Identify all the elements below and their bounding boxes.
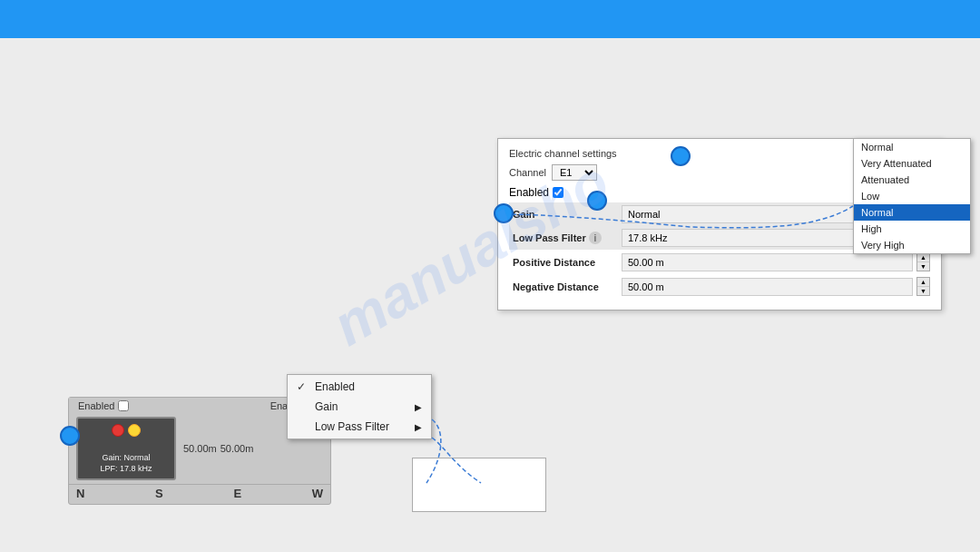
device-lpf-info: LPF: 17.8 kHz [100, 463, 152, 475]
neg-dist-value: 50.00 m [622, 278, 913, 296]
device-screen: Gain: Normal LPF: 17.8 kHz [76, 417, 176, 480]
compass-w: W [312, 487, 323, 500]
neg-dist-row: Negative Distance 50.00 m ▲ ▼ [509, 274, 930, 299]
red-light [112, 424, 124, 437]
compass-s: S [155, 487, 163, 500]
check-lpf [297, 420, 309, 433]
pos-dist-spinner[interactable]: ▲ ▼ [916, 252, 930, 271]
enabled-checkbox-panel[interactable] [553, 187, 564, 198]
gain-arrow-icon: ▶ [415, 402, 422, 412]
check-gain [297, 400, 309, 413]
context-menu-enabled[interactable]: ✓ Enabled [288, 377, 431, 397]
neg-dist-down[interactable]: ▼ [917, 287, 929, 295]
pos-dist-value: 50.00 m [622, 253, 913, 271]
dist-value-2: 50.00m [220, 443, 254, 454]
lp-filter-label-cell: Low Pass Filter i [509, 226, 618, 250]
compass-n: N [76, 487, 84, 500]
enabled-left: Enabled [78, 400, 129, 411]
top-bar [0, 0, 980, 38]
pos-dist-up[interactable]: ▲ [917, 253, 929, 262]
gain-option-attenuated[interactable]: Attenuated [854, 172, 970, 188]
annotation-circle-3 [494, 203, 514, 223]
channel-select[interactable]: E1 [552, 164, 597, 181]
device-gain-info: Gain: Normal [100, 452, 152, 464]
device-right: 50.00m 50.00m [183, 443, 253, 454]
enabled-left-label: Enabled [78, 400, 114, 411]
annotation-circle-1 [671, 146, 691, 166]
pos-dist-down[interactable]: ▼ [917, 262, 929, 271]
check-enabled: ✓ [297, 380, 309, 393]
context-lpf-label: Low Pass Filter [315, 420, 389, 433]
device-screen-info: Gain: Normal LPF: 17.8 kHz [100, 452, 152, 475]
enabled-left-checkbox[interactable] [118, 400, 129, 411]
gain-option-low[interactable]: Low [854, 188, 970, 204]
sub-panel [412, 458, 546, 512]
neg-dist-value-cell: 50.00 m ▲ ▼ [618, 274, 930, 299]
gain-option-very-high[interactable]: Very High [854, 237, 970, 253]
context-enabled-label: Enabled [315, 380, 355, 393]
neg-dist-spinner[interactable]: ▲ ▼ [916, 277, 930, 296]
compass-labels: N S E W [69, 484, 330, 504]
neg-dist-row-value: 50.00 m ▲ ▼ [622, 277, 930, 296]
yellow-light [128, 424, 141, 437]
gain-option-high[interactable]: High [854, 221, 970, 237]
context-menu-lpf[interactable]: Low Pass Filter ▶ [288, 417, 431, 437]
dist-value-1: 50.00m [183, 443, 217, 454]
enabled-label-panel: Enabled [509, 186, 549, 199]
lp-filter-label: Low Pass Filter [513, 232, 586, 243]
compass-e: E [233, 487, 241, 500]
context-menu: ✓ Enabled Gain ▶ Low Pass Filter ▶ [287, 374, 432, 439]
channel-label: Channel [509, 167, 546, 178]
annotation-circle-2 [587, 191, 607, 211]
pos-dist-row-value: 50.00 m ▲ ▼ [622, 252, 930, 271]
gain-option-very-attenuated[interactable]: Very Attenuated [854, 155, 970, 172]
neg-dist-up[interactable]: ▲ [917, 278, 929, 287]
dist-row: 50.00m 50.00m [183, 443, 253, 454]
gain-dropdown-list: Normal Very Attenuated Attenuated Low No… [853, 138, 971, 254]
gain-option-normal2[interactable]: Normal [854, 204, 970, 221]
pos-dist-label: Positive Distance [509, 250, 618, 274]
lpf-arrow-icon: ▶ [415, 422, 422, 432]
lp-filter-info-icon[interactable]: i [589, 232, 602, 244]
context-gain-label: Gain [315, 400, 338, 413]
main-area: Electric channel settings Channel E1 Ena… [0, 38, 980, 552]
gain-value: Normal [628, 209, 660, 220]
gain-option-normal1[interactable]: Normal [854, 139, 970, 155]
annotation-circle-4 [60, 426, 80, 446]
traffic-lights [112, 424, 141, 437]
context-menu-gain[interactable]: Gain ▶ [288, 397, 431, 417]
neg-dist-label: Negative Distance [509, 274, 618, 299]
lp-filter-value: 17.8 kHz [628, 232, 667, 243]
